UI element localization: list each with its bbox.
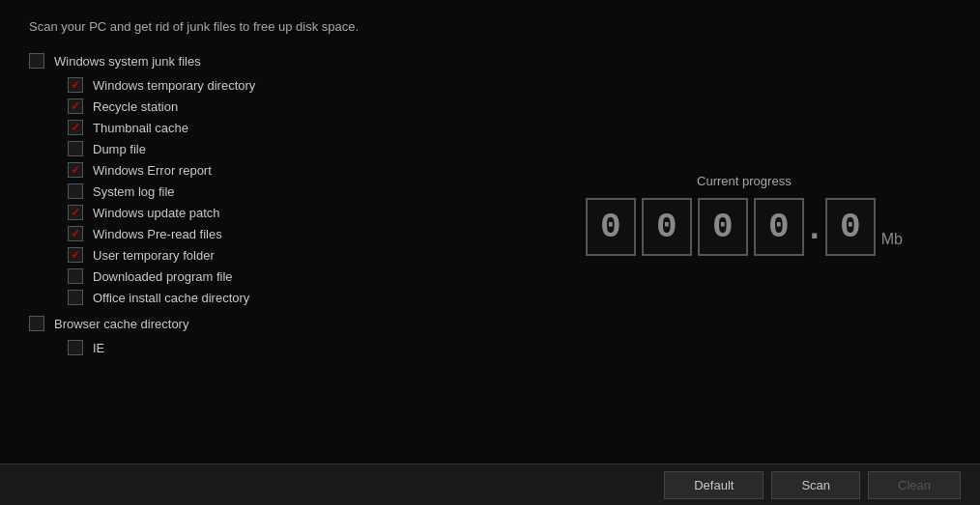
item-label-user-temp-folder: User temporary folder <box>93 248 215 263</box>
progress-label: Current progress <box>697 174 792 188</box>
item-label-thumbnail-cache: Thumbnail cache <box>93 121 188 135</box>
item-row-office-install-cache: Office install cache directory <box>68 287 951 308</box>
scan-button[interactable]: Scan <box>771 471 860 499</box>
item-row-windows-temp-dir: Windows temporary directory <box>68 74 951 96</box>
progress-digits: 0 0 0 0 . 0 Mb <box>586 198 903 256</box>
section-label-windows-system-junk: Windows system junk files <box>54 54 201 69</box>
item-row-downloaded-program-file: Downloaded program file <box>68 266 951 287</box>
digit-0: 0 <box>586 198 636 256</box>
item-label-dump-file: Dump file <box>93 142 146 156</box>
digit-1: 0 <box>642 198 692 256</box>
digit-3: 0 <box>754 198 804 256</box>
section-browser-cache: Browser cache directoryIE <box>29 316 951 358</box>
item-row-recycle-station: Recycle station <box>68 96 951 117</box>
item-checkbox-thumbnail-cache[interactable] <box>68 120 83 135</box>
item-checkbox-office-install-cache[interactable] <box>68 290 83 305</box>
progress-area: Current progress 0 0 0 0 . 0 Mb <box>586 174 903 256</box>
section-checkbox-windows-system-junk[interactable] <box>29 53 44 69</box>
item-checkbox-system-log-file[interactable] <box>68 183 83 199</box>
decimal-dot: . <box>810 207 820 247</box>
item-label-windows-update-patch: Windows update patch <box>93 206 220 220</box>
item-checkbox-ie[interactable] <box>68 340 83 355</box>
item-label-downloaded-program-file: Downloaded program file <box>93 269 233 284</box>
item-row-dump-file: Dump file <box>68 138 951 159</box>
clean-button[interactable]: Clean <box>868 471 961 499</box>
item-label-office-install-cache: Office install cache directory <box>93 291 249 305</box>
item-row-thumbnail-cache: Thumbnail cache <box>68 117 951 138</box>
digit-decimal: 0 <box>825 198 876 256</box>
item-checkbox-windows-preread-files[interactable] <box>68 226 83 241</box>
item-checkbox-windows-temp-dir[interactable] <box>68 77 83 93</box>
digit-2: 0 <box>698 198 748 256</box>
default-button[interactable]: Default <box>664 471 764 499</box>
section-header-windows-system-junk: Windows system junk files <box>29 53 951 69</box>
item-label-windows-temp-dir: Windows temporary directory <box>93 78 255 93</box>
item-checkbox-downloaded-program-file[interactable] <box>68 268 83 284</box>
item-label-recycle-station: Recycle station <box>93 99 178 114</box>
bottom-toolbar: Default Scan Clean <box>0 463 980 505</box>
section-checkbox-browser-cache[interactable] <box>29 316 44 331</box>
item-checkbox-recycle-station[interactable] <box>68 98 83 114</box>
section-header-browser-cache: Browser cache directory <box>29 316 951 331</box>
unit-label: Mb <box>881 231 903 248</box>
item-checkbox-user-temp-folder[interactable] <box>68 247 83 263</box>
item-checkbox-windows-error-report[interactable] <box>68 162 83 178</box>
item-label-ie: IE <box>93 341 104 355</box>
item-checkbox-dump-file[interactable] <box>68 141 83 156</box>
item-label-windows-preread-files: Windows Pre-read files <box>93 227 222 241</box>
description-text: Scan your PC and get rid of junk files t… <box>29 19 951 34</box>
items-list-browser-cache: IE <box>68 337 951 358</box>
item-label-windows-error-report: Windows Error report <box>93 163 212 178</box>
item-checkbox-windows-update-patch[interactable] <box>68 205 83 220</box>
item-row-ie: IE <box>68 337 951 358</box>
section-label-browser-cache: Browser cache directory <box>54 317 188 331</box>
item-label-system-log-file: System log file <box>93 184 175 199</box>
